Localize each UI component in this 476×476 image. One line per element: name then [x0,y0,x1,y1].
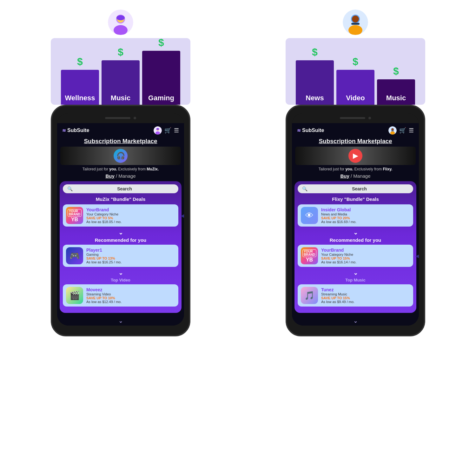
tailored-text: Tailored just for you. Exclusively from … [292,165,419,173]
bar-group: $ Gaming [142,51,180,105]
app-title: Subscription Marketplace [57,136,184,147]
bar-group: $ Video [336,70,374,105]
phone-notch [57,113,184,123]
panel-left: $ Wellness $ Music $ Gaming [13,10,228,336]
bottom-chevron: ⌄ [292,315,419,326]
man-avatar [343,10,368,35]
phone-speaker [340,117,365,119]
card-category: Steaming Video [86,292,175,296]
svg-point-7 [155,131,160,135]
separator: / Manage [351,173,371,179]
purple-section: 🔍 Search MuZix "Bundle" Deals YOURBRAND … [60,181,182,313]
buy-manage: Buy / Manage [292,173,419,181]
header-avatar [154,126,162,135]
card-price: As low as $18.05 / mo. [86,220,175,224]
banner-icon: 🎧 [114,149,128,163]
bar-label: Music [109,91,132,105]
menu-icon[interactable]: ☰ [409,127,414,134]
bar-group: $ News [296,60,334,105]
card-price: As low as $16.69 / mo. [321,220,410,224]
header-icons: 🛒 ☰ [154,126,179,135]
card-price: As low as $12.49 / mo. [86,300,175,304]
app-content: ≋ SubSuite 🛒 ☰ Subscription Marketplace [292,123,419,326]
card-price: As low as $16.14 / mo. [321,260,410,264]
bar-group: $ Wellness [61,70,99,105]
app-header: ≋ SubSuite 🛒 ☰ [57,123,184,136]
dollar-sign: $ [353,56,358,68]
svg-point-4 [116,15,125,20]
app-logo: ≋ SubSuite [297,128,324,133]
arrow-icon: ◀ [181,212,184,219]
phone-inner: ≋ SubSuite 🛒 ☰ Subscription Marketplace [57,113,184,326]
tailored-text: Tailored just for you. Exclusively from … [57,165,184,173]
phone: ≋ SubSuite 🛒 ☰ Subscription Marketplace [51,105,190,336]
banner: 🎧 [60,147,181,165]
panel-right: $ News $ Video $ Music [248,10,463,336]
menu-icon[interactable]: ☰ [174,127,179,134]
logo-icon: ≋ [62,128,66,133]
svg-point-2 [114,25,128,35]
purple-section: 🔍 Search Flixy "Bundle" Deals 👁 Insider … [294,181,416,313]
svg-point-9 [156,128,159,130]
cart-icon[interactable]: 🛒 [399,127,406,134]
buy-link[interactable]: Buy [340,173,349,179]
search-text: Search [75,186,174,191]
logo-text: SubSuite [302,128,324,133]
subscription-card[interactable]: YOURBRAND YB YourBrand Your Category Nic… [298,245,413,267]
subscription-card[interactable]: 🎮 Player1 Gaming SAVE UP TO 13% As low a… [63,245,178,267]
card-category: Streaming Music [321,292,410,296]
bar-label: News [304,91,325,105]
app-content: ≋ SubSuite 🛒 ☰ Subscription Marketplace [57,123,184,326]
phone: ≋ SubSuite 🛒 ☰ Subscription Marketplace [286,105,425,336]
separator: / Manage [116,173,136,179]
phone-inner: ≋ SubSuite 🛒 ☰ Subscription Marketplace [292,113,419,326]
search-icon: 🔍 [67,186,73,191]
card-save: SAVE UP TO 15% [321,296,410,300]
subscription-card[interactable]: 👁 Insider Global News and Media SAVE UP … [298,204,413,227]
svg-point-12 [348,25,362,35]
dollar-sign: $ [77,56,83,68]
recommended-title: Recommended for you [63,237,178,243]
bar-chart: $ News $ Video $ Music [286,38,425,105]
card-save: SAVE UP TO 15% [321,256,410,260]
cart-icon[interactable]: 🛒 [164,127,171,134]
logo-icon: ≋ [297,128,301,133]
phone-dot [368,117,371,119]
buy-manage: Buy / Manage [57,173,184,181]
buy-link[interactable]: Buy [105,173,114,179]
dollar-sign: $ [158,37,164,49]
card-name: YourBrand [321,248,410,253]
banner: ▶ [295,147,416,165]
bundle-title: Flixy "Bundle" Deals [298,196,413,202]
svg-point-13 [352,16,359,23]
card-price: As low as $16.25 / mo. [86,260,175,264]
chevron-down-2: ⌄ [298,269,413,276]
bar-group: $ Music [102,60,140,105]
chevron-down-1: ⌄ [63,229,178,236]
phone-speaker [105,117,130,119]
bar-label: Wellness [64,91,96,105]
card-save: SAVE UP TO 10% [86,296,175,300]
chevron-down-2: ⌄ [63,269,178,276]
card-name: Tunez [321,287,410,292]
subscription-card[interactable]: YOURBRAND YB YourBrand Your Category Nic… [63,204,178,227]
subscription-card[interactable]: 🎵 Tunez Streaming Music SAVE UP TO 15% A… [298,284,413,307]
top-section-title: Top Music [298,278,413,282]
subscription-card[interactable]: 🎬 Moveez Steaming Video SAVE UP TO 10% A… [63,284,178,307]
bar-label: Music [385,91,407,105]
search-bar[interactable]: 🔍 Search [63,184,178,193]
app-logo: ≋ SubSuite [62,128,89,133]
svg-point-17 [390,131,395,135]
svg-rect-14 [351,23,360,25]
card-category: Your Category Niche [86,212,175,216]
card-save: SAVE UP TO 5% [86,216,175,220]
card-category: Your Category Niche [321,253,410,256]
search-bar[interactable]: 🔍 Search [298,184,413,193]
dollar-sign: $ [312,46,318,58]
dollar-sign: $ [118,46,123,58]
bar-label: Video [345,91,366,105]
phone-notch [292,113,419,123]
logo-text: SubSuite [67,128,89,133]
svg-point-18 [391,128,393,130]
chevron-down-1: ⌄ [298,229,413,236]
